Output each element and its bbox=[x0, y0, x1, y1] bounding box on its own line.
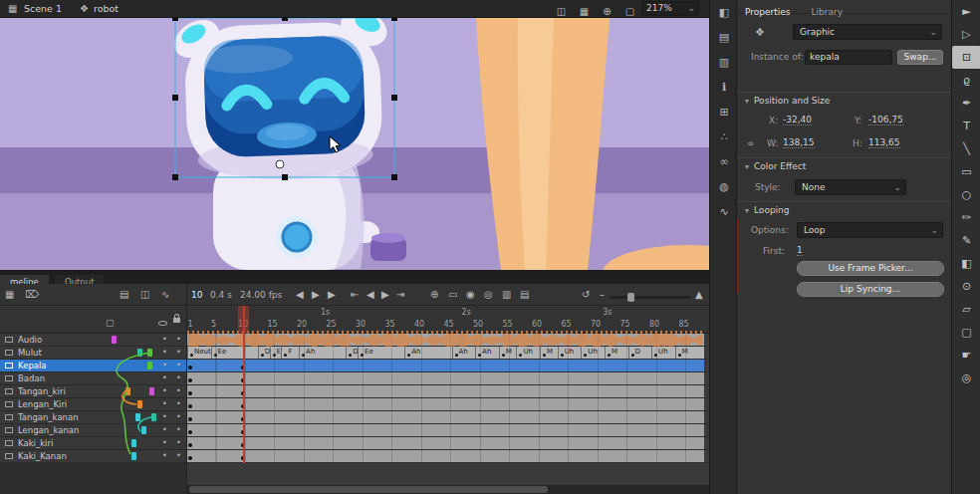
step-forward-button[interactable]: ▶ bbox=[328, 287, 336, 303]
center-playhead-button[interactable]: ⊕ bbox=[430, 287, 438, 303]
pencil-tool[interactable]: ✏ bbox=[952, 206, 980, 229]
layer-frames-lengan_kanan[interactable] bbox=[187, 424, 709, 437]
swatches-panel-icon[interactable]: ∞ bbox=[710, 149, 738, 174]
layer-item-kepala[interactable]: Kepala•• bbox=[0, 360, 187, 372]
play-button[interactable]: ▶ bbox=[312, 287, 320, 303]
layer-item-badan[interactable]: Badan•• bbox=[0, 372, 187, 385]
filter-view-button[interactable]: ◫ bbox=[140, 287, 149, 303]
layer-visibility-dot[interactable]: • bbox=[162, 398, 167, 410]
layer-lock-dot[interactable]: • bbox=[176, 424, 181, 436]
use-frame-picker-button[interactable]: Use Frame Picker... bbox=[797, 261, 944, 276]
history-panel-icon[interactable]: ∿ bbox=[710, 199, 738, 224]
current-frame[interactable]: 10 bbox=[191, 290, 202, 300]
robot-head[interactable] bbox=[166, 18, 397, 181]
transform-handle[interactable] bbox=[391, 18, 397, 21]
onion-outline-button[interactable]: ◎ bbox=[484, 287, 493, 303]
phoneme-keyframe[interactable]: Ah bbox=[404, 347, 451, 359]
layer-visibility-dot[interactable]: • bbox=[162, 360, 167, 371]
stage-canvas[interactable] bbox=[0, 18, 709, 270]
h-value[interactable]: 113,65 bbox=[868, 137, 900, 148]
camera-icon[interactable]: ◫ bbox=[550, 3, 573, 21]
timeline-zoom-slider[interactable] bbox=[610, 296, 691, 299]
layer-lock-dot[interactable]: • bbox=[176, 360, 181, 371]
phoneme-keyframe[interactable]: D bbox=[346, 347, 358, 359]
selection-tool[interactable]: ► bbox=[952, 0, 980, 23]
layer-frames-audio[interactable] bbox=[187, 334, 709, 347]
lock-column-icon[interactable] bbox=[173, 314, 180, 325]
loop-range-button[interactable]: ▭ bbox=[448, 287, 457, 303]
scene-name[interactable]: Scene 1 bbox=[24, 3, 62, 14]
tab-library[interactable]: Library bbox=[812, 6, 843, 19]
symbol-type-select[interactable]: Graphic ⌄ bbox=[793, 24, 942, 40]
layer-lock-dot[interactable]: • bbox=[176, 334, 181, 346]
transform-handle[interactable] bbox=[391, 95, 397, 101]
reset-timeline-zoom-button[interactable]: ↺ bbox=[582, 287, 590, 303]
transform-handle[interactable] bbox=[172, 18, 178, 21]
layer-frames-kepala[interactable] bbox=[187, 360, 709, 372]
new-layer-button[interactable]: ▦ bbox=[5, 287, 14, 303]
first-frame-button[interactable]: ⇤ bbox=[351, 287, 359, 303]
free-transform-tool[interactable]: ⊡ bbox=[952, 46, 980, 69]
zoom-select[interactable]: 217% ⌄ bbox=[641, 1, 699, 16]
eyedropper-tool[interactable]: ⊙ bbox=[952, 275, 980, 298]
layer-lock-dot[interactable]: • bbox=[176, 437, 181, 449]
first-frame-value[interactable]: 1 bbox=[797, 245, 803, 256]
color-panel-icon[interactable]: ∴ bbox=[710, 124, 738, 149]
symbol-name[interactable]: robot bbox=[94, 3, 119, 14]
keyframe-dot[interactable] bbox=[188, 443, 192, 447]
keyframe-dot[interactable] bbox=[188, 391, 192, 395]
layer-lock-dot[interactable]: • bbox=[176, 398, 181, 410]
timeline-zoom-out-button[interactable]: – bbox=[600, 287, 605, 303]
pen-tool[interactable]: ✒ bbox=[952, 92, 980, 115]
color-effect-header[interactable]: ▾Color Effect bbox=[737, 157, 951, 174]
x-value[interactable]: -32,40 bbox=[783, 115, 812, 125]
stage[interactable] bbox=[0, 18, 709, 270]
layer-item-kaki_kanan[interactable]: Kaki_Kanan•• bbox=[0, 450, 187, 463]
keyframe-dot[interactable] bbox=[188, 366, 192, 370]
frame-rate[interactable]: 24.00 fps bbox=[240, 290, 282, 300]
layer-outline-icon[interactable]: ▢ bbox=[106, 318, 115, 328]
layer-item-kaki_kiri[interactable]: Kaki_kiri•• bbox=[0, 437, 187, 450]
layer-lock-dot[interactable]: • bbox=[176, 347, 181, 359]
tab-properties[interactable]: Properties bbox=[745, 6, 790, 19]
next-keyframe-button[interactable]: ▶ bbox=[381, 287, 389, 303]
phoneme-keyframe[interactable]: Uh bbox=[558, 347, 582, 359]
brush-tool[interactable]: ✎ bbox=[952, 229, 980, 252]
keyframe-dot[interactable] bbox=[188, 417, 192, 421]
link-dimensions-icon[interactable]: ∞ bbox=[747, 138, 755, 148]
lip-syncing-button[interactable]: Lip Syncing... bbox=[797, 282, 944, 297]
phoneme-keyframe[interactable]: Uh bbox=[651, 347, 675, 359]
library-panel-icon[interactable]: ▤ bbox=[710, 25, 738, 50]
text-tool[interactable]: T bbox=[952, 115, 980, 137]
layer-item-lengan_kiri[interactable]: Lengan_Kiri•• bbox=[0, 398, 187, 411]
layer-visibility-dot[interactable]: • bbox=[162, 385, 167, 397]
timeline-ruler[interactable]: ▢ 1s2s3s15101520253035404550556065707580… bbox=[0, 306, 709, 334]
keyframe-dot[interactable] bbox=[188, 430, 192, 434]
properties-panel-icon[interactable]: ◧ bbox=[710, 0, 738, 25]
phoneme-keyframe[interactable]: Ah bbox=[475, 347, 499, 359]
timeline-horizontal-scrollbar[interactable] bbox=[187, 485, 709, 494]
delete-layer-button[interactable]: ⌦ bbox=[25, 287, 39, 303]
line-tool[interactable]: ╲ bbox=[952, 137, 980, 160]
layer-item-tangan_kanan[interactable]: Tangan_kanan•• bbox=[0, 411, 187, 424]
position-size-header[interactable]: ▾Position and Size bbox=[737, 92, 951, 109]
phoneme-keyframe[interactable]: Uh bbox=[516, 347, 540, 359]
guides-icon[interactable]: ▦ bbox=[573, 3, 596, 21]
layer-frames-tangan_kiri[interactable] bbox=[187, 385, 709, 398]
layer-visibility-dot[interactable]: • bbox=[162, 450, 167, 462]
layer-frames-tangan_kanan[interactable] bbox=[187, 411, 709, 424]
eraser-tool[interactable]: ▱ bbox=[952, 298, 980, 321]
info-panel-icon[interactable]: ℹ bbox=[710, 75, 738, 100]
web-panel-icon[interactable]: ◍ bbox=[710, 174, 738, 199]
marker-options-button[interactable]: ▤ bbox=[520, 287, 529, 303]
layer-frames-divider[interactable] bbox=[186, 284, 187, 494]
phoneme-keyframe[interactable]: Ee bbox=[211, 347, 258, 359]
layer-frames-mulut[interactable]: NeutralEeDEeFAhDEeAhAhAhMUhMUhUhMDUhM bbox=[187, 347, 709, 360]
instance-name-field[interactable]: kepala bbox=[805, 50, 892, 65]
phoneme-keyframe[interactable]: M bbox=[605, 347, 628, 359]
layer-item-mulut[interactable]: Mulut•• bbox=[0, 347, 187, 360]
layer-visibility-dot[interactable]: • bbox=[162, 372, 167, 384]
phoneme-keyframe[interactable]: Uh bbox=[581, 347, 605, 359]
last-frame-button[interactable]: ⇥ bbox=[396, 287, 404, 303]
paint-bucket-tool[interactable]: ◧ bbox=[952, 252, 980, 275]
